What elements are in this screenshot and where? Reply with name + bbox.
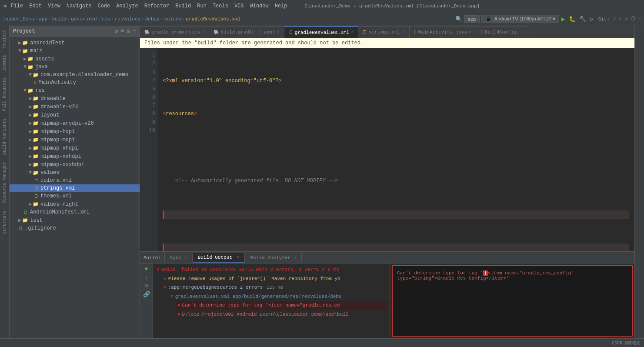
commit-tab[interactable]: Commit xyxy=(1,51,8,74)
tab-mainactivity[interactable]: C MainActivity.java × xyxy=(410,26,476,38)
settings-icon[interactable]: ⚙ xyxy=(127,28,130,35)
breadcrumb-item[interactable]: debug xyxy=(145,17,160,22)
build-merge-debug[interactable]: ✗ :app:mergeDebugResources 2 errors 125 … xyxy=(162,283,388,292)
menu-analyze[interactable]: Analyze xyxy=(116,3,138,9)
tree-item-colors-xml[interactable]: 🗒 colors.xml xyxy=(10,177,140,184)
menu-file[interactable]: File xyxy=(10,3,23,9)
build-output-tab[interactable]: Build Output × xyxy=(193,253,245,263)
tree-item-mipmap-mdpi[interactable]: ▶ 📁 mipmap-mdpi xyxy=(10,136,140,144)
build-variants-tab[interactable]: Build Variants xyxy=(1,115,8,158)
tree-item-themes-xml[interactable]: 🗒 themes.xml xyxy=(10,192,140,200)
error-detail-text: Can't determine type for tag '|<item nam… xyxy=(397,270,574,281)
tree-item-res[interactable]: ▼ 📁 res xyxy=(10,87,140,94)
tree-item-main[interactable]: ▼ 📁 main xyxy=(10,47,140,55)
tab-close-icon[interactable]: × xyxy=(402,30,405,35)
tab-close-icon[interactable]: × xyxy=(521,30,524,35)
menu-tools[interactable]: Tools xyxy=(213,3,228,9)
build-output-close-icon[interactable]: × xyxy=(237,255,239,260)
tree-item-gitignore[interactable]: 🗒 .gitignore xyxy=(10,224,140,232)
git-push-icon[interactable]: ↗ xyxy=(625,16,628,22)
tree-item-mipmap-xxhdpi[interactable]: ▶ 📁 mipmap-xxhdpi xyxy=(10,152,140,160)
minimize-icon[interactable]: − xyxy=(133,28,136,35)
code-content[interactable]: <?xml version="1.0" encoding="utf-8"?> <… xyxy=(157,48,634,251)
menu-window[interactable]: Window xyxy=(250,3,269,9)
build-gradle-res-values[interactable]: ✗ gradleResValues.xml app/build/generate… xyxy=(169,292,388,301)
menu-build[interactable]: Build xyxy=(175,3,191,9)
current-file-breadcrumb[interactable]: gradleResValues.xml xyxy=(186,17,240,22)
link-icon[interactable]: 🔗 xyxy=(143,291,150,298)
sync-project-icon[interactable]: ⚙ xyxy=(115,28,118,35)
tree-item-java[interactable]: ▼ 📁 java xyxy=(10,63,140,71)
tree-item-values[interactable]: ▼ 📁 values xyxy=(10,169,140,177)
debug-icon[interactable]: 🐛 xyxy=(569,16,576,23)
breadcrumb-item[interactable]: resValues xyxy=(115,17,140,22)
build-error-item2[interactable]: ● D:\002_Project\002_Android_Learn\Class… xyxy=(176,310,388,319)
git-check2-icon[interactable]: ✓ xyxy=(619,16,622,22)
pull-requests-tab[interactable]: Pull Requests xyxy=(1,74,8,115)
breadcrumb-item[interactable]: build xyxy=(52,17,67,22)
tab-gradleresvalues[interactable]: 🗒 gradleResValues.xml × xyxy=(284,26,358,38)
sync-close-icon[interactable]: × xyxy=(184,256,187,260)
build-icon[interactable]: 🔨 xyxy=(579,16,586,23)
breadcrumb-item[interactable]: generated xyxy=(71,17,97,22)
build-warning-jcenter[interactable]: ⚠ Please remove usages of `jcenter()` Ma… xyxy=(162,274,388,284)
tree-item-drawable[interactable]: ▶ 📁 drawable xyxy=(10,94,140,103)
device-dropdown[interactable]: 📱 Android TV (1080p) API 27 ▾ xyxy=(481,15,559,23)
tab-build-gradle[interactable]: 🐘 build.gradle (:app) × xyxy=(209,26,284,38)
build-analyzer-close-icon[interactable]: × xyxy=(294,256,296,260)
sync-icon[interactable]: ↻ xyxy=(590,16,593,23)
breadcrumb-item[interactable]: app xyxy=(39,17,47,22)
sync-tab[interactable]: Sync × xyxy=(165,254,193,262)
scroll-to-end-icon[interactable]: ↓ xyxy=(145,274,148,280)
git-check-icon[interactable]: ✓ xyxy=(613,16,616,22)
structure-tab[interactable]: Structure xyxy=(1,207,8,237)
code-editor[interactable]: 1 2 3 4 5 6 7 8 9 10 <?xml version="1.0"… xyxy=(140,48,634,251)
filter-icon[interactable]: ⊡ xyxy=(145,282,148,289)
tab-close-icon[interactable]: × xyxy=(277,30,280,35)
config-dropdown[interactable]: app xyxy=(464,15,480,23)
build-analyzer-tab[interactable]: Build Analyzer × xyxy=(245,254,301,262)
menu-run[interactable]: Run xyxy=(197,3,207,9)
tree-item-mipmap-hdpi[interactable]: ▶ 📁 mipmap-hdpi xyxy=(10,127,140,136)
tree-item-mipmap-xxxhdpi[interactable]: ▶ 📁 mipmap-xxxhdpi xyxy=(10,160,140,169)
breadcrumb-item[interactable]: res xyxy=(101,17,110,22)
breadcrumb-item[interactable]: loader_Demo xyxy=(3,17,34,22)
git-history-icon[interactable]: ⏱ xyxy=(631,16,636,22)
build-failed-item[interactable]: ✗ Build: failed at 2022/4/28 18:15 with … xyxy=(155,265,388,274)
tree-item-layout[interactable]: ▶ 📁 layout xyxy=(10,111,140,119)
breadcrumb-item[interactable]: values xyxy=(164,17,181,22)
tree-item-androidtest[interactable]: ▶ 📁 androidTest xyxy=(10,39,140,47)
chevron-right-icon: ▶ xyxy=(29,161,32,168)
resource-manager-tab[interactable]: Resource Manager xyxy=(1,158,8,207)
tree-item-mipmap-anydpi[interactable]: ▶ 📁 mipmap-anydpi-v26 xyxy=(10,119,140,127)
tab-close-icon[interactable]: × xyxy=(469,30,471,35)
build-error-item1[interactable]: ● Can't determine type for tag '<item na… xyxy=(176,301,388,310)
git-undo-icon[interactable]: ↩ xyxy=(638,16,641,22)
chevron-right-icon: ▶ xyxy=(29,137,32,143)
tree-item-package[interactable]: ▼ 📁 com.example.classloader_demo xyxy=(10,71,140,79)
tab-strings-xml[interactable]: 🗒 strings.xml × xyxy=(358,26,410,38)
tree-item-assets[interactable]: ▶ 📁 assets xyxy=(10,55,140,63)
menu-view[interactable]: View xyxy=(48,3,60,9)
run-icon[interactable]: ▶ xyxy=(561,15,565,23)
tree-item-strings-xml[interactable]: 🗒 strings.xml xyxy=(10,184,140,192)
expand-icon[interactable]: ≡ xyxy=(121,28,124,35)
tree-item-test[interactable]: ▶ 📁 test xyxy=(10,216,140,224)
tree-item-androidmanifest[interactable]: 🗒 AndroidManifest.xml xyxy=(10,208,140,216)
tree-item-drawable-v24[interactable]: ▶ 📁 drawable-v24 xyxy=(10,103,140,111)
menu-navigate[interactable]: Navigate xyxy=(67,3,92,9)
tree-item-mipmap-xhdpi[interactable]: ▶ 📁 mipmap-xhdpi xyxy=(10,144,140,152)
tab-close-icon[interactable]: × xyxy=(351,30,354,35)
menu-vcs[interactable]: VCS xyxy=(234,3,244,9)
menu-edit[interactable]: Edit xyxy=(29,3,42,9)
search-icon[interactable]: 🔍 xyxy=(455,16,462,23)
tab-gradle-properties[interactable]: 🐘 gradle.properties × xyxy=(140,26,209,38)
tree-item-mainactivity[interactable]: C MainActivity xyxy=(10,79,140,87)
menu-refactor[interactable]: Refactor xyxy=(144,3,170,9)
tab-buildconfig[interactable]: C BuildConfig. × xyxy=(476,26,528,38)
tree-item-values-night[interactable]: ▶ 📁 values-night xyxy=(10,200,140,208)
tab-close-icon[interactable]: × xyxy=(202,30,204,35)
menu-help[interactable]: Help xyxy=(275,3,287,9)
project-tab[interactable]: Project xyxy=(1,26,8,51)
menu-code[interactable]: Code xyxy=(97,3,110,9)
